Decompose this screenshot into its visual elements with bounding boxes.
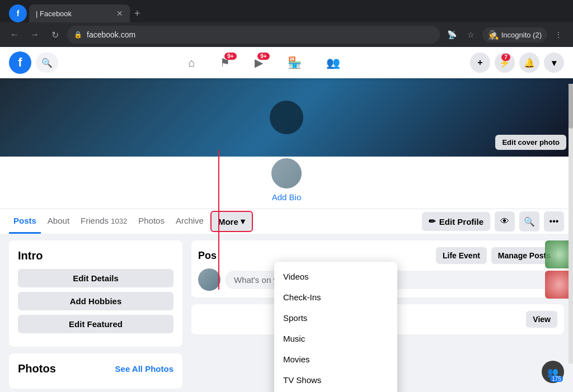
notifications-badge: 9+ xyxy=(224,53,236,60)
browser-tab-bar: f | Facebook ✕ + xyxy=(0,0,573,22)
browser-tab-active[interactable]: | Facebook ✕ xyxy=(29,4,130,22)
photos-header: Photos See All Photos xyxy=(18,362,173,375)
edit-profile-label: Edit Profile xyxy=(439,217,483,226)
nav-center: ⌂ ⚑ 9+ ▶ 9+ 🏪 👥 xyxy=(63,51,466,74)
search-posts-icon: 🔍 xyxy=(524,216,535,227)
facebook-logo[interactable]: f xyxy=(9,51,31,74)
video-badge: 9+ xyxy=(257,53,269,60)
home-nav-button[interactable]: ⌂ xyxy=(177,51,206,74)
messenger-button[interactable]: ⚡ 7 xyxy=(495,53,515,73)
view-button[interactable]: View xyxy=(526,311,557,328)
eye-icon: 👁 xyxy=(500,216,509,226)
add-hobbies-button[interactable]: Add Hobbies xyxy=(18,292,173,310)
preview-button[interactable]: 👁 xyxy=(495,211,515,232)
add-bio-button[interactable]: Add Bio xyxy=(272,192,302,202)
chevron-down-icon: ▾ xyxy=(552,58,556,68)
edit-details-button[interactable]: Edit Details xyxy=(18,269,173,287)
profile-section: Edit cover photo Add Bio Posts About Fri… xyxy=(0,78,573,234)
browser-favicon: f xyxy=(9,4,27,22)
tab-photos[interactable]: Photos xyxy=(134,209,169,234)
people-count: 175 xyxy=(550,376,563,382)
nav-right: + ⚡ 7 🔔 ▾ xyxy=(470,53,564,73)
url-text: facebook.com xyxy=(87,30,135,39)
notifications-bell-button[interactable]: 🔔 xyxy=(519,53,539,73)
cover-center-element xyxy=(270,101,303,134)
bell-icon: 🔔 xyxy=(524,58,535,68)
marketplace-icon: 🏪 xyxy=(288,56,302,69)
reload-button[interactable]: ↻ xyxy=(47,27,63,42)
groups-icon: 👥 xyxy=(326,56,340,69)
edit-profile-button[interactable]: ✏ Edit Profile xyxy=(422,212,490,231)
cast-icon[interactable]: 📡 xyxy=(444,27,460,42)
groups-nav-button[interactable]: 👥 xyxy=(315,51,351,74)
dropdown-item-music[interactable]: Music xyxy=(274,328,397,349)
avatar xyxy=(270,157,303,190)
more-dropdown-button[interactable]: More ▾ xyxy=(210,211,253,232)
lock-icon: 🔒 xyxy=(74,31,82,39)
dropdown-item-sports[interactable]: Sports xyxy=(274,308,397,328)
marketplace-nav-button[interactable]: 🏪 xyxy=(276,51,313,74)
incognito-label: Incognito (2) xyxy=(501,31,542,39)
intro-card: Intro Edit Details Add Hobbies Edit Feat… xyxy=(9,240,182,347)
forward-button[interactable]: → xyxy=(27,27,43,42)
pencil-icon: ✏ xyxy=(429,216,436,226)
search-icon: 🔍 xyxy=(41,58,53,68)
tab-title: | Facebook xyxy=(36,10,72,18)
search-button[interactable]: 🔍 xyxy=(36,53,58,73)
dropdown-menu-list: Videos Check-Ins Sports Music Movies TV … xyxy=(274,262,397,392)
cover-blur-overlay xyxy=(0,78,573,157)
dropdown-indicator-line xyxy=(218,150,219,290)
ellipsis-icon: ••• xyxy=(549,216,559,226)
new-tab-button[interactable]: + xyxy=(130,8,145,20)
dropdown-item-videos[interactable]: Videos xyxy=(274,266,397,287)
cover-photo: Edit cover photo xyxy=(0,78,573,157)
tab-posts[interactable]: Posts xyxy=(9,209,41,234)
browser-nav-bar: ← → ↻ 🔒 facebook.com 📡 ☆ 🕵 Incognito (2)… xyxy=(0,22,573,47)
plus-icon: + xyxy=(477,58,482,68)
photos-card: Photos See All Photos xyxy=(9,353,182,389)
profile-tabs: Posts About Friends 1032 Photos Archive … xyxy=(0,209,573,234)
incognito-button[interactable]: 🕵 Incognito (2) xyxy=(482,27,547,42)
home-icon: ⌂ xyxy=(188,56,195,69)
address-bar[interactable]: 🔒 facebook.com xyxy=(67,26,440,44)
dropdown-item-tvshows[interactable]: TV Shows xyxy=(274,370,397,390)
left-column: Intro Edit Details Add Hobbies Edit Feat… xyxy=(9,240,182,392)
dropdown-item-movies[interactable]: Movies xyxy=(274,349,397,370)
scrollbar-thumb[interactable] xyxy=(569,84,573,129)
posts-header-title: Pos xyxy=(198,250,217,262)
create-button[interactable]: + xyxy=(470,53,490,73)
notifications-nav-button[interactable]: ⚑ 9+ xyxy=(209,51,241,74)
dropdown-item-checkins[interactable]: Check-Ins xyxy=(274,287,397,308)
tab-close-button[interactable]: ✕ xyxy=(116,9,123,18)
search-posts-button[interactable]: 🔍 xyxy=(519,211,539,232)
messenger-badge: 7 xyxy=(501,54,510,61)
photos-title: Photos xyxy=(18,362,56,375)
tab-about[interactable]: About xyxy=(43,209,74,234)
post-composer-avatar xyxy=(198,268,220,291)
more-chevron-icon: ▾ xyxy=(241,216,245,226)
back-button[interactable]: ← xyxy=(7,27,22,42)
life-event-button[interactable]: Life Event xyxy=(436,247,487,264)
profile-info-area: Add Bio xyxy=(0,157,573,209)
post-action-buttons: Life Event Manage Posts xyxy=(436,247,557,264)
scrollbar-track[interactable] xyxy=(569,84,573,363)
video-nav-button[interactable]: ▶ 9+ xyxy=(243,51,274,74)
see-all-photos-link[interactable]: See All Photos xyxy=(115,364,173,374)
bookmark-star-icon[interactable]: ☆ xyxy=(463,27,479,42)
browser-nav-right: 📡 ☆ 🕵 Incognito (2) ⋮ xyxy=(444,27,566,42)
edit-cover-photo-button[interactable]: Edit cover photo xyxy=(495,135,566,150)
facebook-nav: f 🔍 ⌂ ⚑ 9+ ▶ 9+ 🏪 👥 + xyxy=(0,47,573,78)
main-content: Intro Edit Details Add Hobbies Edit Feat… xyxy=(0,234,573,392)
more-label: More xyxy=(218,217,238,226)
more-actions-button[interactable]: ••• xyxy=(544,211,564,232)
incognito-icon: 🕵 xyxy=(488,30,499,40)
more-dropdown-menu: Videos Check-Ins Sports Music Movies TV … xyxy=(274,262,397,392)
tab-actions: ✏ Edit Profile 👁 🔍 ••• xyxy=(422,211,564,232)
account-menu-button[interactable]: ▾ xyxy=(544,53,564,73)
intro-title: Intro xyxy=(18,249,173,262)
tab-friends[interactable]: Friends 1032 xyxy=(76,209,131,234)
browser-menu-button[interactable]: ⋮ xyxy=(551,27,566,42)
tab-archive[interactable]: Archive xyxy=(171,209,208,234)
edit-featured-button[interactable]: Edit Featured xyxy=(18,315,173,333)
people-shortcut-button[interactable]: 👥 175 xyxy=(542,361,564,383)
